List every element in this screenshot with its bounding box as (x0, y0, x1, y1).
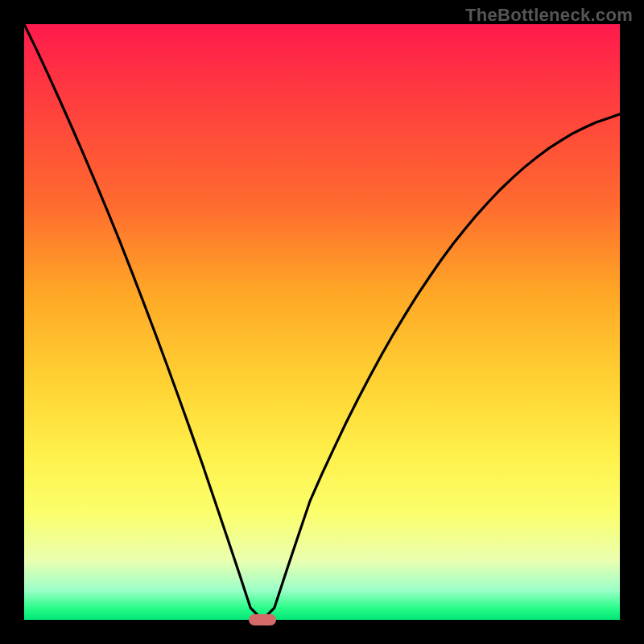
bottleneck-curve (24, 24, 620, 620)
chart-frame: TheBottleneck.com (0, 0, 644, 644)
watermark-text: TheBottleneck.com (465, 5, 633, 26)
optimal-point-marker (249, 614, 276, 625)
